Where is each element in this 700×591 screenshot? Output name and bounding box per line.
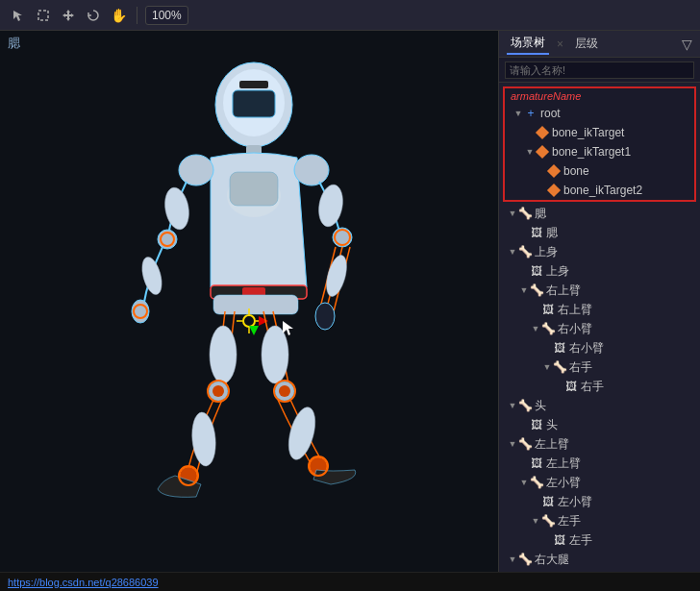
move-tool[interactable]	[58, 5, 79, 26]
bone-label: bone	[563, 164, 589, 178]
bone-icon-rua: 🦴	[530, 283, 543, 297]
right-thigh-label: 右大腿	[535, 552, 569, 568]
arrow-upper-body[interactable]: ▼	[507, 246, 518, 258]
tree-item-right-upper-arm[interactable]: ▼ 🦴 右上臂	[499, 281, 700, 300]
tree-item-right-hand-img[interactable]: 🖼 右手	[499, 377, 700, 396]
tree-item-left-lower-arm[interactable]: ▼ 🦴 左小臂	[499, 473, 700, 492]
svg-point-39	[279, 385, 290, 397]
arrow-right-lower-arm[interactable]: ▼	[530, 323, 541, 334]
img-head: 🖼	[530, 418, 543, 431]
bone-icon-lua: 🦴	[518, 437, 532, 451]
img-lua: 🖼	[530, 456, 543, 470]
expand-arrow-root[interactable]: ▼	[512, 108, 524, 119]
left-lower-arm-label: 左小臂	[546, 475, 581, 491]
head-label: 头	[535, 398, 546, 414]
tree-item-sai-img[interactable]: 🖼 腮	[499, 223, 700, 242]
rect-select-tool[interactable]	[33, 5, 54, 26]
tree-item-left-lower-arm-img[interactable]: 🖼 左小臂	[499, 492, 700, 511]
arrow-left-upper-arm[interactable]: ▼	[507, 438, 518, 450]
svg-rect-5	[239, 81, 268, 88]
cursor-tool[interactable]	[8, 5, 29, 26]
tree-item-upper-body[interactable]: ▼ 🦴 上身	[499, 242, 700, 261]
toolbar-sep	[137, 7, 138, 24]
tree-item-bone-iktarget2[interactable]: bone_ikTarget2	[505, 181, 694, 200]
bone-iktarget1-label: bone_ikTarget1	[552, 145, 631, 159]
right-upper-arm-label: 右上臂	[546, 283, 581, 299]
bone-icon-rh: 🦴	[553, 360, 566, 374]
svg-point-16	[294, 155, 329, 185]
img-rla: 🖼	[553, 341, 566, 355]
leaf-spacer-3	[536, 185, 547, 196]
url-link[interactable]: https://blog.csdn.net/q28686039	[8, 577, 159, 588]
svg-rect-8	[230, 172, 278, 206]
arrow-head[interactable]: ▼	[507, 400, 518, 411]
tree-item-right-lower-arm-img[interactable]: 🖼 右小臂	[499, 338, 700, 357]
arrow-left-lower-arm[interactable]: ▼	[518, 477, 530, 488]
tree-item-bone[interactable]: bone	[505, 161, 694, 181]
left-hand-img: 左手	[569, 532, 592, 549]
tree-item-bone-iktarget[interactable]: bone_ikTarget	[505, 123, 694, 142]
img-icon-sai: 🖼	[530, 226, 543, 239]
panel-header: 场景树 × 层级 ▽	[499, 31, 700, 58]
arrow-right-thigh[interactable]: ▼	[507, 554, 518, 565]
sai-label: 腮	[535, 206, 546, 222]
tab-hierarchy[interactable]: 层级	[571, 34, 602, 54]
armature-label: armatureName	[505, 88, 694, 104]
bone-icon-lh: 🦴	[541, 514, 555, 528]
upper-body-img: 上身	[546, 263, 569, 280]
zoom-display[interactable]: 100%	[145, 6, 188, 25]
svg-point-32	[210, 326, 237, 383]
img-rh: 🖼	[564, 380, 578, 393]
arrow-right-upper-arm[interactable]: ▼	[518, 284, 530, 296]
viewport[interactable]: 腮	[0, 31, 498, 572]
left-lower-arm-img: 左小臂	[558, 494, 592, 510]
bone-icon-2	[536, 145, 549, 159]
tree-item-right-hand[interactable]: ▼ 🦴 右手	[499, 357, 700, 377]
tree-item-upper-body-img[interactable]: 🖼 上身	[499, 261, 700, 281]
tree-item-left-upper-arm[interactable]: ▼ 🦴 左上臂	[499, 434, 700, 454]
right-hand-img: 右手	[581, 379, 604, 395]
tree-item-left-upper-arm-img[interactable]: 🖼 左上臂	[499, 454, 700, 473]
svg-point-23	[315, 303, 335, 330]
arrow-sai[interactable]: ▼	[507, 208, 518, 219]
expand-arrow-iktarget1[interactable]: ▼	[524, 146, 536, 158]
robot-svg	[71, 31, 427, 572]
tree-item-root[interactable]: ▼ + root	[505, 104, 694, 123]
img-lh: 🖼	[553, 533, 566, 547]
svg-rect-4	[233, 90, 275, 117]
tree-item-left-hand[interactable]: ▼ 🦴 左手	[499, 511, 700, 530]
tab-scene-tree[interactable]: 场景树	[507, 33, 549, 55]
tree-item-left-hand-img[interactable]: 🖼 左手	[499, 530, 700, 550]
bone-icon-rt: 🦴	[518, 553, 532, 566]
search-input[interactable]	[505, 62, 694, 79]
main-area: 腮	[0, 31, 700, 572]
tree-item-bone-iktarget1[interactable]: ▼ bone_ikTarget1	[505, 142, 694, 161]
svg-point-34	[212, 385, 224, 397]
tree-item-right-thigh[interactable]: ▼ 🦴 右大腿	[499, 550, 700, 569]
root-label: root	[540, 107, 561, 120]
bone-iktarget-label: bone_ikTarget	[552, 126, 624, 139]
left-upper-arm-img: 左上臂	[546, 456, 581, 472]
tree-item-head[interactable]: ▼ 🦴 头	[499, 396, 700, 415]
bone-icon-upper: 🦴	[518, 245, 532, 259]
arrow-right-hand[interactable]: ▼	[541, 361, 553, 373]
arrow-left-hand[interactable]: ▼	[530, 515, 541, 527]
tree-item-right-upper-arm-img[interactable]: 🖼 右上臂	[499, 300, 700, 319]
tree-item-head-img[interactable]: 🖼 头	[499, 415, 700, 434]
right-hand-label: 右手	[569, 359, 592, 376]
tree-content[interactable]: armatureName ▼ + root bone_ikTarget	[499, 83, 700, 572]
svg-rect-0	[38, 11, 48, 20]
bone-icon-rla: 🦴	[541, 322, 555, 335]
bone-icon-1	[536, 126, 549, 139]
tree-item-sai[interactable]: ▼ 🦴 腮	[499, 204, 700, 223]
hand-tool[interactable]: ✋	[108, 5, 129, 26]
filter-icon[interactable]: ▽	[682, 37, 692, 52]
svg-rect-24	[213, 295, 298, 314]
bone-icon-3	[547, 164, 561, 178]
tree-item-right-lower-arm[interactable]: ▼ 🦴 右小臂	[499, 319, 700, 338]
svg-point-11	[179, 155, 213, 185]
bone-icon-head: 🦴	[518, 399, 532, 412]
armature-group: armatureName ▼ + root bone_ikTarget	[503, 86, 696, 202]
rotate-tool[interactable]	[83, 5, 104, 26]
leaf-spacer	[524, 127, 536, 138]
